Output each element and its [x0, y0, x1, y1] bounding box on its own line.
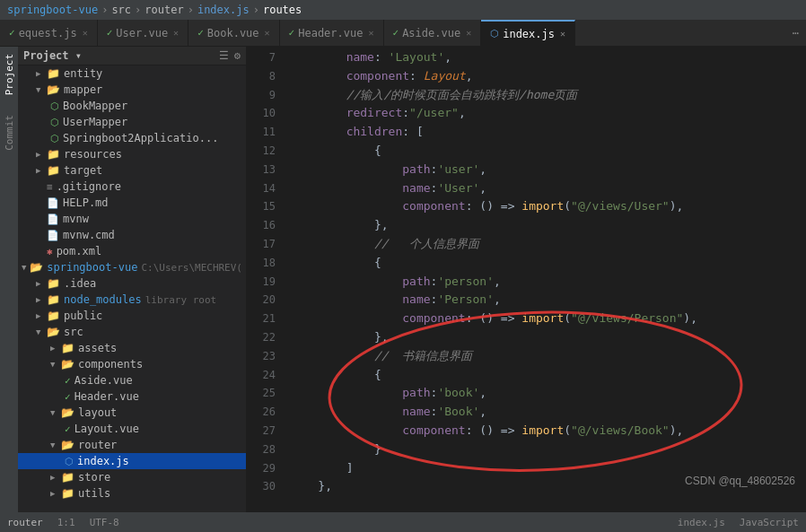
- gear-icon[interactable]: ⚙: [234, 49, 241, 62]
- tab-user-vue-close[interactable]: ✕: [173, 28, 179, 38]
- code-line-11: children: [: [290, 123, 806, 142]
- code-content[interactable]: name: 'Layout', component: Layout, //输入/…: [283, 47, 806, 512]
- chevron-down-icon2: ▼: [22, 263, 30, 272]
- tab-aside-vue[interactable]: ✓ Aside.vue ✕: [384, 20, 482, 46]
- tree-item-idea[interactable]: ▶ 📁 .idea: [18, 275, 246, 292]
- tab-aside-vue-close[interactable]: ✕: [466, 28, 471, 38]
- store-label: store: [78, 471, 110, 484]
- aside-vue-label: Aside.vue: [74, 374, 133, 387]
- chevron-down-icon: ▼: [36, 85, 47, 94]
- tree-item-src[interactable]: ▼ 📂 src: [18, 324, 246, 340]
- tree-item-bookmapper[interactable]: ⬡ BookMapper: [18, 98, 246, 114]
- components-folder-icon: 📂: [61, 358, 74, 371]
- tab-request[interactable]: ✓ equest.js ✕: [0, 20, 98, 46]
- breadcrumb-src[interactable]: src: [111, 4, 131, 16]
- nodemodules-suffix: library root: [145, 294, 216, 306]
- code-line-21: component: () => import("@/views/Person"…: [290, 310, 806, 328]
- tree-item-target[interactable]: ▶ 📁 target: [18, 162, 246, 179]
- pomxml-label: pom.xml: [57, 245, 102, 257]
- tree-item-layout-vue[interactable]: ✓ Layout.vue: [18, 421, 246, 437]
- public-label: public: [64, 310, 102, 322]
- mvnwcmd-label: mvnw.cmd: [63, 229, 115, 241]
- chevron-right-icon7: ▶: [50, 344, 61, 353]
- tree-item-springapp[interactable]: ⬡ Springboot2Applicatio...: [18, 130, 246, 146]
- tree-item-index-js[interactable]: ⬡ index.js: [18, 453, 246, 469]
- tree-item-store[interactable]: ▶ 📁 store: [18, 469, 246, 485]
- tab-user-vue[interactable]: ✓ User.vue ✕: [98, 20, 188, 46]
- tab-more-icon: ⋯: [793, 27, 799, 39]
- router-folder-icon: 📂: [61, 439, 74, 451]
- spring-icon: ⬡: [50, 100, 59, 112]
- sidebar-project-tab[interactable]: Project: [2, 50, 17, 99]
- helpmd-label: HELP.md: [63, 196, 109, 209]
- code-line-14: name:'User',: [290, 179, 806, 198]
- chevron-right-icon5: ▶: [36, 295, 47, 304]
- code-line-10: redirect:"/user",: [290, 104, 806, 123]
- tree-item-mvnw[interactable]: 📄 mvnw: [18, 211, 246, 227]
- target-label: target: [64, 164, 102, 177]
- assets-folder-icon: 📁: [61, 342, 74, 354]
- code-line-13: path:'user',: [290, 161, 806, 179]
- breadcrumb-router[interactable]: router: [145, 4, 183, 16]
- tree-item-helpmd[interactable]: 📄 HELP.md: [18, 195, 246, 211]
- watermark: CSDN @qq_48602526: [685, 475, 795, 487]
- tree-item-header-vue[interactable]: ✓ Header.vue: [18, 388, 246, 405]
- tree-item-nodemodules[interactable]: ▶ 📁 node_modules library root: [18, 292, 246, 308]
- tree-item-pomxml[interactable]: ✱ pom.xml: [18, 243, 246, 259]
- tree-item-gitignore[interactable]: ≡ .gitignore: [18, 179, 246, 195]
- tree-item-resources[interactable]: ▶ 📁 resources: [18, 146, 246, 162]
- breadcrumb-sep4: ›: [253, 4, 259, 16]
- tab-header-vue[interactable]: ✓ Header.vue ✕: [280, 20, 384, 46]
- spring-icon2: ⬡: [50, 117, 59, 128]
- resources-folder-icon: 📁: [47, 148, 60, 161]
- tree-item-springvue[interactable]: ▼ 📂 springboot-vue C:\Users\MECHREV(: [18, 259, 246, 275]
- status-position: 1:1: [57, 517, 75, 528]
- resources-label: resources: [64, 148, 122, 161]
- mvnw-icon: 📄: [47, 214, 59, 225]
- tab-index-js[interactable]: ⬡ index.js ✕: [481, 20, 575, 46]
- code-line-16: },: [290, 216, 806, 235]
- idea-folder-icon: 📁: [47, 277, 60, 290]
- code-line-7: name: 'Layout',: [290, 48, 806, 67]
- tab-request-icon: ✓: [9, 27, 15, 39]
- tree-item-components[interactable]: ▼ 📂 components: [18, 356, 246, 372]
- tree-item-aside-vue[interactable]: ✓ Aside.vue: [18, 372, 246, 388]
- mvnw-label: mvnw: [63, 213, 89, 225]
- tree-item-entity[interactable]: ▶ 📁 entity: [18, 65, 246, 82]
- tree-item-layout[interactable]: ▼ 📂 layout: [18, 405, 246, 421]
- folder-open-icon: 📂: [47, 83, 60, 96]
- collapse-all-icon[interactable]: ☰: [219, 49, 229, 62]
- tree-item-mapper[interactable]: ▼ 📂 mapper: [18, 82, 246, 98]
- breadcrumb-project[interactable]: springboot-vue: [7, 4, 98, 16]
- tab-header-vue-close[interactable]: ✕: [368, 28, 373, 38]
- tree-item-mvnwcmd[interactable]: 📄 mvnw.cmd: [18, 227, 246, 243]
- code-editor[interactable]: 7 8 9 10 11 12 13 14 15 16 17 18 19 20 2…: [247, 47, 806, 512]
- layout-vue-label: Layout.vue: [74, 423, 139, 435]
- entity-label: entity: [64, 67, 102, 80]
- tab-index-js-close[interactable]: ✕: [560, 29, 565, 39]
- code-line-26: name:'Book',: [290, 403, 806, 422]
- tab-book-vue[interactable]: ✓ Book.vue ✕: [188, 20, 279, 46]
- breadcrumb-sep2: ›: [135, 4, 141, 16]
- breadcrumb-file[interactable]: index.js: [197, 4, 250, 16]
- tree-item-router[interactable]: ▼ 📂 router: [18, 437, 246, 453]
- chevron-right-icon6: ▶: [36, 311, 47, 320]
- status-left: router 1:1 UTF-8: [7, 517, 119, 528]
- chevron-right-icon: ▶: [36, 69, 47, 78]
- code-line-25: path:'book',: [290, 384, 806, 403]
- bookmapper-label: BookMapper: [63, 100, 127, 112]
- store-folder-icon: 📁: [61, 471, 74, 484]
- header-vue-label: Header.vue: [74, 390, 139, 403]
- sidebar-commit-tab[interactable]: Commit: [2, 111, 17, 154]
- tree-item-usermapper[interactable]: ⬡ UserMapper: [18, 114, 246, 130]
- tab-book-vue-close[interactable]: ✕: [265, 28, 270, 38]
- tab-request-close[interactable]: ✕: [83, 28, 88, 38]
- tab-index-js-icon: ⬡: [490, 28, 499, 39]
- tree-item-utils[interactable]: ▶ 📁 utils: [18, 485, 246, 501]
- app-container: springboot-vue › src › router › index.js…: [0, 0, 806, 532]
- tree-item-public[interactable]: ▶ 📁 public: [18, 308, 246, 324]
- tree-item-assets[interactable]: ▶ 📁 assets: [18, 340, 246, 356]
- tab-more[interactable]: ⋯: [785, 20, 806, 46]
- code-line-18: {: [290, 254, 806, 273]
- idea-label: .idea: [64, 277, 96, 290]
